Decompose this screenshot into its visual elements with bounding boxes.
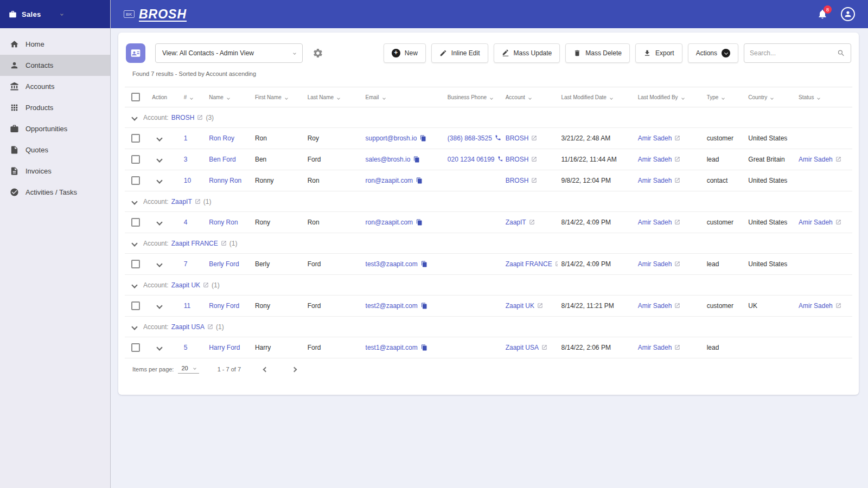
- row-number-link[interactable]: 3: [184, 156, 188, 163]
- email-link[interactable]: ron@zaapit.com: [366, 219, 413, 226]
- sort-chevron-icon[interactable]: [610, 97, 613, 100]
- new-button[interactable]: + New: [384, 43, 426, 63]
- export-button[interactable]: Export: [635, 43, 682, 63]
- contact-name-link[interactable]: Ronny Ron: [209, 177, 241, 184]
- row-checkbox[interactable]: [131, 176, 140, 185]
- row-action-chevron[interactable]: [157, 135, 163, 141]
- row-number-link[interactable]: 4: [184, 219, 188, 226]
- phone-icon[interactable]: [495, 134, 501, 141]
- group-account-link[interactable]: Zaapit USA: [171, 323, 205, 331]
- email-link[interactable]: ron@zaapit.com: [366, 177, 413, 184]
- view-object-icon[interactable]: [126, 43, 145, 63]
- row-checkbox[interactable]: [131, 218, 140, 227]
- sidebar-item-invoices[interactable]: Invoices: [0, 160, 110, 182]
- sidebar-item-products[interactable]: Products: [0, 97, 110, 118]
- contact-name-link[interactable]: Ron Roy: [209, 134, 234, 142]
- row-action-chevron[interactable]: [157, 261, 163, 267]
- email-link[interactable]: sales@brosh.io: [366, 156, 411, 163]
- group-account-link[interactable]: Zaapit UK: [171, 281, 200, 289]
- sort-chevron-icon[interactable]: [681, 97, 685, 100]
- last-modified-by-link[interactable]: Amir Sadeh: [638, 260, 672, 268]
- phone-link[interactable]: 020 1234 06199: [448, 156, 495, 163]
- email-link[interactable]: support@brosh.io: [366, 134, 417, 142]
- group-collapse-chevron[interactable]: [131, 324, 137, 330]
- column-header-type[interactable]: Type: [704, 87, 745, 107]
- copy-icon[interactable]: [421, 344, 427, 351]
- row-number-link[interactable]: 7: [184, 260, 188, 268]
- column-header-name[interactable]: Name: [206, 87, 252, 107]
- phone-icon[interactable]: [497, 156, 502, 162]
- column-header-first-name[interactable]: First Name: [252, 87, 304, 107]
- row-checkbox[interactable]: [131, 155, 140, 164]
- last-modified-by-link[interactable]: Amir Sadeh: [638, 302, 672, 310]
- account-link[interactable]: BROSH: [506, 134, 529, 142]
- row-checkbox[interactable]: [131, 134, 140, 143]
- copy-icon[interactable]: [420, 135, 426, 142]
- row-number-link[interactable]: 11: [184, 302, 190, 310]
- inline-edit-button[interactable]: Inline Edit: [431, 43, 488, 63]
- status-link[interactable]: Amir Sadeh: [799, 302, 833, 310]
- list-settings-button[interactable]: [312, 48, 323, 59]
- sort-chevron-icon[interactable]: [382, 97, 386, 100]
- group-collapse-chevron[interactable]: [131, 198, 137, 204]
- email-link[interactable]: test2@zaapit.com: [366, 302, 418, 310]
- previous-page-button[interactable]: [261, 365, 270, 374]
- user-avatar[interactable]: [841, 7, 855, 21]
- account-link[interactable]: Zaapit FRANCE: [506, 260, 552, 268]
- last-modified-by-link[interactable]: Amir Sadeh: [638, 219, 672, 226]
- contact-name-link[interactable]: Rony Ford: [209, 302, 239, 310]
- account-link[interactable]: Zaapit USA: [506, 344, 539, 351]
- copy-icon[interactable]: [421, 303, 427, 309]
- copy-icon[interactable]: [416, 177, 423, 184]
- sidebar-item-accounts[interactable]: Accounts: [0, 76, 110, 97]
- copy-icon[interactable]: [416, 219, 423, 226]
- chevron-down-icon[interactable]: [61, 12, 64, 16]
- phone-link[interactable]: (386) 868-3525: [448, 134, 492, 142]
- last-modified-by-link[interactable]: Amir Sadeh: [638, 344, 672, 351]
- sort-chevron-icon[interactable]: [227, 97, 230, 100]
- column-header-status[interactable]: Status: [795, 87, 852, 107]
- row-checkbox[interactable]: [131, 301, 140, 310]
- column-header-account[interactable]: Account: [502, 87, 558, 107]
- search-input[interactable]: [750, 49, 834, 57]
- contact-name-link[interactable]: Ben Ford: [209, 156, 235, 163]
- group-account-link[interactable]: BROSH: [171, 114, 195, 121]
- sidebar-item-activities-tasks[interactable]: Activities / Tasks: [0, 182, 110, 203]
- next-page-button[interactable]: [290, 365, 298, 374]
- actions-button[interactable]: Actions: [688, 43, 738, 63]
- row-number-link[interactable]: 10: [184, 177, 191, 184]
- account-link[interactable]: BROSH: [506, 177, 529, 184]
- column-header-[interactable]: #: [181, 87, 206, 107]
- email-link[interactable]: test3@zaapit.com: [366, 260, 418, 268]
- row-action-chevron[interactable]: [157, 156, 163, 162]
- search-icon[interactable]: [837, 49, 845, 57]
- row-action-chevron[interactable]: [157, 344, 163, 350]
- sort-chevron-icon[interactable]: [337, 97, 340, 100]
- status-link[interactable]: Amir Sadeh: [799, 156, 833, 163]
- notifications-button[interactable]: 8: [817, 9, 828, 20]
- group-collapse-chevron[interactable]: [131, 114, 137, 120]
- row-number-link[interactable]: 5: [184, 344, 188, 351]
- group-collapse-chevron[interactable]: [131, 240, 137, 246]
- group-account-link[interactable]: ZaapIT: [171, 198, 192, 206]
- row-checkbox[interactable]: [131, 260, 140, 268]
- copy-icon[interactable]: [413, 156, 420, 163]
- column-header-country[interactable]: Country: [745, 87, 795, 107]
- copy-icon[interactable]: [421, 261, 427, 267]
- sidebar-item-opportunities[interactable]: Opportunities: [0, 118, 110, 139]
- email-link[interactable]: test1@zaapit.com: [366, 344, 418, 351]
- last-modified-by-link[interactable]: Amir Sadeh: [638, 134, 672, 142]
- row-checkbox[interactable]: [131, 343, 140, 352]
- last-modified-by-link[interactable]: Amir Sadeh: [638, 156, 672, 163]
- group-account-link[interactable]: Zaapit FRANCE: [171, 240, 218, 247]
- account-link[interactable]: ZaapIT: [506, 219, 526, 226]
- contact-name-link[interactable]: Rony Ron: [209, 219, 238, 226]
- sort-chevron-icon[interactable]: [285, 97, 288, 100]
- column-header-email[interactable]: Email: [362, 87, 444, 107]
- status-link[interactable]: Amir Sadeh: [799, 219, 833, 226]
- column-header-action[interactable]: Action: [149, 87, 180, 107]
- mass-delete-button[interactable]: Mass Delete: [565, 43, 630, 63]
- sidebar-item-contacts[interactable]: Contacts: [0, 55, 110, 76]
- column-header-business-phone[interactable]: Business Phone: [444, 87, 502, 107]
- sort-chevron-icon[interactable]: [818, 97, 821, 100]
